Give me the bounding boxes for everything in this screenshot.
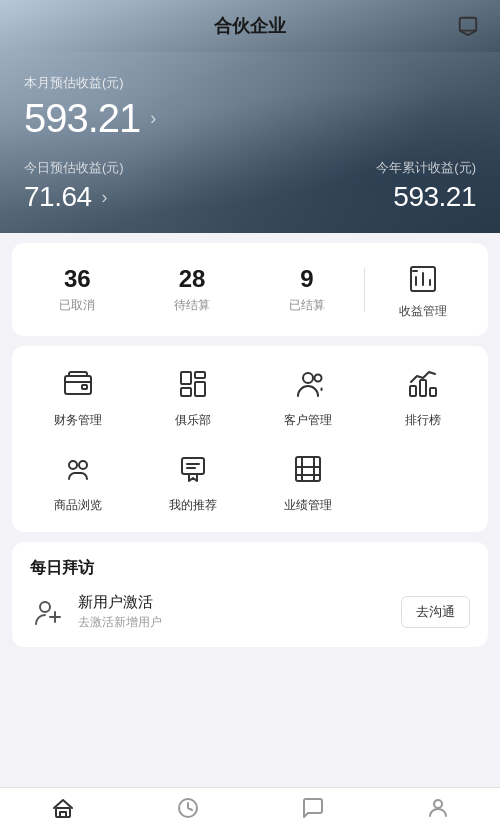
daily-visit-section: 每日拜访 新用户激活 去激活新增用户 去沟通 (12, 542, 488, 647)
page-title: 合伙企业 (214, 14, 286, 38)
monthly-earnings-row[interactable]: 593.21 › (24, 96, 476, 141)
earnings-management[interactable]: 收益管理 (365, 259, 480, 320)
browse-icon (58, 449, 98, 489)
stat-cancelled[interactable]: 36 已取消 (20, 265, 135, 314)
home-icon (51, 796, 75, 826)
yearly-amount: 593.21 (393, 181, 476, 213)
stat-settled-number: 9 (250, 265, 365, 293)
visit-name: 新用户激活 (78, 593, 389, 612)
menu-performance[interactable]: 业绩管理 (250, 449, 365, 514)
monthly-arrow: › (150, 108, 156, 129)
menu-club[interactable]: 俱乐部 (135, 364, 250, 429)
svg-rect-14 (420, 380, 426, 396)
wallet-icon (58, 364, 98, 404)
visit-desc: 去激活新增用户 (78, 614, 389, 631)
svg-rect-22 (296, 457, 320, 481)
menu-row-1: 财务管理 俱乐部 (20, 364, 480, 429)
stats-card: 36 已取消 28 待结算 9 已结算 收益管理 (12, 243, 488, 336)
nav-chart[interactable] (176, 796, 200, 826)
svg-rect-8 (195, 372, 205, 378)
stat-cancelled-label: 已取消 (20, 297, 135, 314)
menu-club-label: 俱乐部 (175, 412, 211, 429)
recommend-icon (173, 449, 213, 489)
customers-icon (288, 364, 328, 404)
stat-pending[interactable]: 28 待结算 (135, 265, 250, 314)
stat-settled[interactable]: 9 已结算 (250, 265, 365, 314)
chart-nav-icon (176, 796, 200, 826)
svg-rect-9 (195, 382, 205, 396)
stat-pending-label: 待结算 (135, 297, 250, 314)
communicate-button[interactable]: 去沟通 (401, 596, 470, 628)
menu-recommend-label: 我的推荐 (169, 497, 217, 514)
svg-point-27 (40, 602, 50, 612)
svg-point-16 (69, 461, 77, 469)
svg-rect-7 (181, 372, 191, 384)
menu-performance-label: 业绩管理 (284, 497, 332, 514)
svg-rect-15 (430, 388, 436, 396)
header: 合伙企业 (0, 0, 500, 52)
message-nav-icon (301, 796, 325, 826)
monthly-amount: 593.21 (24, 96, 140, 141)
visit-text: 新用户激活 去激活新增用户 (78, 593, 389, 631)
new-user-icon (30, 594, 66, 630)
svg-point-17 (79, 461, 87, 469)
menu-finance[interactable]: 财务管理 (20, 364, 135, 429)
performance-icon (288, 449, 328, 489)
svg-point-12 (314, 375, 321, 382)
menu-customer-label: 客户管理 (284, 412, 332, 429)
earnings-management-label: 收益管理 (399, 303, 447, 320)
ranking-icon (403, 364, 443, 404)
nav-profile[interactable] (426, 796, 450, 826)
menu-recommend[interactable]: 我的推荐 (135, 449, 250, 514)
svg-rect-31 (60, 812, 66, 817)
nav-home[interactable] (51, 796, 75, 826)
stat-cancelled-number: 36 (20, 265, 135, 293)
bottom-nav (0, 787, 500, 838)
visit-item: 新用户激活 去激活新增用户 去沟通 (30, 593, 470, 631)
svg-rect-19 (182, 458, 204, 474)
svg-rect-0 (460, 18, 477, 31)
daily-label: 今日预估收益(元) (24, 159, 124, 177)
svg-rect-13 (410, 386, 416, 396)
svg-rect-6 (82, 385, 87, 389)
menu-row-2: 商品浏览 我的推荐 (20, 449, 480, 514)
stat-settled-label: 已结算 (250, 297, 365, 314)
daily-arrow: › (102, 187, 108, 208)
yearly-label: 今年累计收益(元) (376, 159, 476, 177)
daily-amount: 71.64 (24, 181, 92, 213)
message-icon[interactable] (456, 14, 480, 38)
menu-customer[interactable]: 客户管理 (250, 364, 365, 429)
earnings-management-icon (403, 259, 443, 299)
menu-browse[interactable]: 商品浏览 (20, 449, 135, 514)
menu-ranking[interactable]: 排行榜 (365, 364, 480, 429)
menu-browse-label: 商品浏览 (54, 497, 102, 514)
svg-point-33 (434, 800, 442, 808)
daily-visit-title: 每日拜访 (30, 558, 470, 579)
nav-message[interactable] (301, 796, 325, 826)
svg-point-11 (303, 373, 313, 383)
club-icon (173, 364, 213, 404)
svg-rect-10 (181, 388, 191, 396)
menu-ranking-label: 排行榜 (405, 412, 441, 429)
earnings-card: 本月预估收益(元) 593.21 › 今日预估收益(元) 71.64 › 今年累… (0, 52, 500, 233)
profile-nav-icon (426, 796, 450, 826)
menu-finance-label: 财务管理 (54, 412, 102, 429)
menu-card: 财务管理 俱乐部 (12, 346, 488, 532)
monthly-label: 本月预估收益(元) (24, 74, 476, 92)
stat-pending-number: 28 (135, 265, 250, 293)
